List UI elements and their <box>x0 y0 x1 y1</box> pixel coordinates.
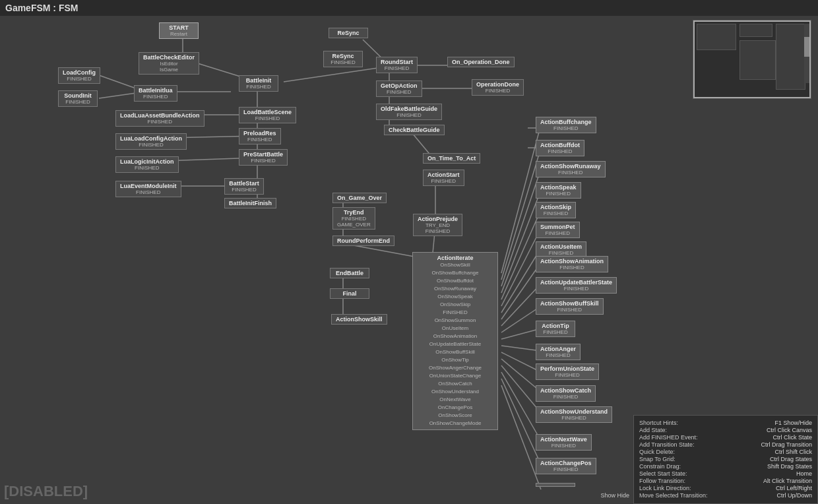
node-loadluaasset[interactable]: LoadLuaAssetBundleAction FINISHED <box>115 110 204 127</box>
node-actionshowrunaway[interactable]: ActionSpeak FINISHED <box>536 182 581 199</box>
node-battlecheckeditor[interactable]: BattleCheckEditor IsEditor IsGame <box>139 52 199 75</box>
node-prestartbattle[interactable]: PreStartBattle FINISHED <box>239 149 288 166</box>
hint-key: Follow Transition: <box>639 478 732 484</box>
minimap-scroll-thumb[interactable] <box>804 37 809 57</box>
minimap-inner <box>693 20 811 98</box>
node-actionanger[interactable]: PerformUnionState FINISHED <box>536 363 599 380</box>
hint-row: Follow Transition:Alt Click Transition <box>639 478 812 484</box>
hint-key: Select Start State: <box>639 470 732 477</box>
minimap <box>693 20 811 99</box>
node-actionspeak[interactable]: ActionSkip FINISHED <box>536 202 576 218</box>
hint-value: Ctrl Left/Right <box>776 485 812 491</box>
node-endbattle[interactable]: Final <box>330 288 369 299</box>
hint-value: Ctrl Drag States <box>770 456 812 462</box>
minimap-scrollbar[interactable] <box>804 24 809 83</box>
hint-value: Ctrl Up/Down <box>776 492 812 499</box>
svg-line-34 <box>501 210 541 299</box>
hint-row: Quick Delete:Ctrl Shift Click <box>639 449 812 455</box>
node-operationdone[interactable]: OperationDone FINISHED <box>472 79 524 96</box>
hint-value: Ctrl Click State <box>772 434 812 441</box>
hint-row: Select Start State:Home <box>639 470 812 477</box>
node-actionskip[interactable]: SummonPet FINISHED <box>536 222 580 238</box>
node-actionshowcatch[interactable]: ActionShowUnderstand FINISHED <box>536 406 612 423</box>
hint-row: Add FINISHED Event:Ctrl Click State <box>639 434 812 441</box>
node-actionshowskill[interactable]: ActionBuffchange FINISHED <box>536 117 596 133</box>
hint-row: Constrain Drag:Shift Drag States <box>639 463 812 470</box>
node-forceexit[interactable]: EndBattle <box>330 268 369 278</box>
hint-row: Lock Link Direction:Ctrl Left/Right <box>639 485 812 491</box>
node-actionnextwave[interactable]: ActionChangePos FINISHED <box>536 458 596 474</box>
node-actionbuffdot[interactable]: ActionShowRunaway FINISHED <box>536 161 606 177</box>
hint-row: Move Selected Transition:Ctrl Up/Down <box>639 492 812 499</box>
node-getopaction[interactable]: GetOpAction FINISHED <box>376 80 422 97</box>
node-start[interactable]: START Restart <box>159 22 199 39</box>
node-actionuseitem[interactable]: ActionShowAnimation FINISHED <box>536 256 608 272</box>
node-on-operation-done[interactable]: On_Operation_Done <box>447 57 515 67</box>
node-battleinitlua[interactable]: BattleInitlua FINISHED <box>134 85 177 102</box>
node-soundinit[interactable]: SoundInit FINISHED <box>58 90 98 107</box>
svg-line-46 <box>501 379 541 464</box>
node-oldfakebattleguide[interactable]: OldFakeBattleGuide FINISHED <box>376 104 442 120</box>
node-lualoadconfig[interactable]: LuaLoadConfigAction FINISHED <box>115 133 187 150</box>
svg-line-32 <box>501 169 541 286</box>
svg-line-47 <box>501 385 541 489</box>
svg-line-33 <box>501 190 541 293</box>
node-actionshowanimation[interactable]: ActionUpdateBattlerState FINISHED <box>536 277 617 294</box>
node-actionbuffchange[interactable]: ActionBuffdot FINISHED <box>536 140 584 156</box>
node-actionprejude[interactable]: ActionPrejude TRY_END FINISHED <box>413 214 462 236</box>
hint-value: Home <box>796 470 812 477</box>
svg-line-39 <box>501 306 541 332</box>
svg-line-38 <box>501 284 541 326</box>
hint-value: Alt Click Transition <box>763 478 812 484</box>
hint-row: Add Transition State:Ctrl Drag Transitio… <box>639 441 812 448</box>
node-on-time-to-act[interactable]: On_Time_To_Act <box>423 153 480 164</box>
node-actiontip[interactable]: ActionAnger FINISHED <box>536 344 581 360</box>
node-battlestart[interactable]: BattleStart FINISHED <box>224 178 264 195</box>
node-final[interactable]: ActionShowSkill <box>331 314 387 325</box>
hints-panel: Shortcut Hints:F1 Show/HideAdd State:Ctr… <box>633 415 818 504</box>
node-actioniterate[interactable]: ActionIterate OnShowSkillOnShowBuffchang… <box>412 252 498 430</box>
node-actionupdatebattler[interactable]: ActionShowBuffSkill FINISHED <box>536 298 604 315</box>
node-battleinit[interactable]: BattleInit FINISHED <box>239 75 278 92</box>
node-loadconfig[interactable]: LoadConfig FINISHED <box>58 67 100 84</box>
disabled-label: [DISABLED] <box>4 483 88 500</box>
svg-line-36 <box>501 248 541 313</box>
node-actionshowbuffskill[interactable]: ActionTip FINISHED <box>536 321 575 337</box>
title-text: GameFSM : FSM <box>5 3 78 13</box>
svg-line-42 <box>501 352 541 372</box>
svg-line-30 <box>501 125 541 273</box>
hint-key: Add State: <box>639 427 732 433</box>
hint-key: Constrain Drag: <box>639 463 732 470</box>
svg-line-35 <box>501 228 541 306</box>
hint-key: Add FINISHED Event: <box>639 434 732 441</box>
node-battleinitfinish[interactable]: BattleInitFinish <box>224 198 276 208</box>
svg-line-40 <box>501 329 541 339</box>
node-on-game-over[interactable]: On_Game_Over <box>332 193 387 203</box>
node-actionchangepos[interactable] <box>536 483 575 487</box>
show-hide-label[interactable]: Show Hide <box>600 492 629 499</box>
node-luaeventmodule[interactable]: LuaEventModuleInit FINISHED <box>115 181 181 197</box>
node-preloadres[interactable]: PreloadRes FINISHED <box>239 128 281 144</box>
hint-row: Snap To Grid:Ctrl Drag States <box>639 456 812 462</box>
node-actionshowunderstand[interactable]: ActionNextWave FINISHED <box>536 434 592 451</box>
node-resync2[interactable]: ReSync FINISHED <box>323 51 363 67</box>
node-tryend[interactable]: TryEnd FINISHED GAME_OVER <box>332 207 375 230</box>
node-checkbattleguide[interactable]: CheckBattleGuide <box>384 125 445 135</box>
node-loadbattlescene[interactable]: LoadBattleScene FINISHED <box>239 107 296 123</box>
hint-row: Add State:Ctrl Click Canvas <box>639 427 812 433</box>
node-resync1[interactable]: ReSync <box>329 28 368 38</box>
hint-value: Ctrl Shift Click <box>774 449 812 455</box>
hint-value: F1 Show/Hide <box>774 420 812 426</box>
svg-line-45 <box>501 372 541 441</box>
node-roundstart[interactable]: RoundStart FINISHED <box>376 57 418 73</box>
hint-key: Lock Link Direction: <box>639 485 732 491</box>
node-lualogicInit[interactable]: LuaLogicInitAction FINISHED <box>115 156 179 173</box>
hint-key: Shortcut Hints: <box>639 420 732 426</box>
node-performunionstate[interactable]: ActionShowCatch FINISHED <box>536 385 596 402</box>
hint-key: Quick Delete: <box>639 449 732 455</box>
hint-key: Add Transition State: <box>639 441 732 448</box>
svg-line-37 <box>501 263 541 319</box>
node-roundperformend[interactable]: RoundPerformEnd <box>332 236 394 246</box>
hint-row: Shortcut Hints:F1 Show/Hide <box>639 420 812 426</box>
node-actionstart[interactable]: ActionStart FINISHED <box>423 170 464 186</box>
